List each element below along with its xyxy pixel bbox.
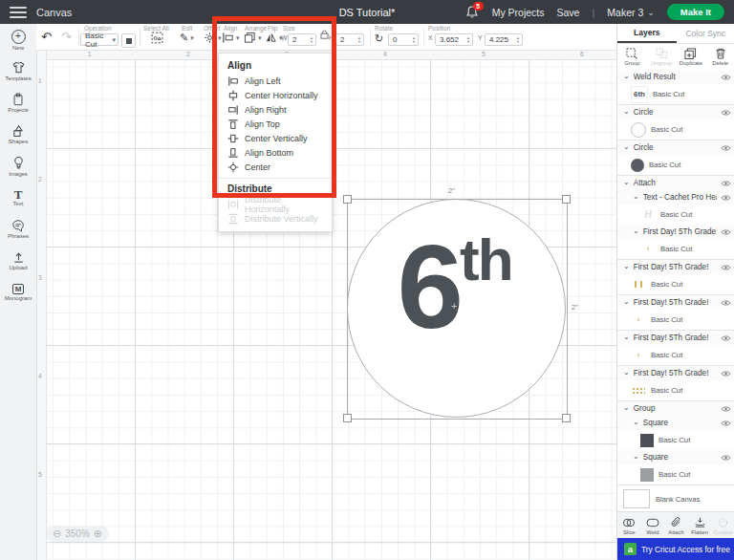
eye-icon[interactable] [721,334,731,342]
zoom-out-icon[interactable]: ⊖ [53,528,61,540]
offset-button[interactable]: ▾ [204,32,222,44]
eye-icon[interactable] [721,74,731,81]
layer-header[interactable]: ⌄First Day! 5Th Grade! [617,259,734,274]
eye-icon[interactable] [721,405,731,413]
selection-bounding-box[interactable] [347,199,568,420]
menu-item-align-left[interactable]: Align Left [219,74,332,88]
blank-canvas-row[interactable]: Blank Canvas [617,485,734,512]
chevron-down-icon[interactable]: ⌄ [633,228,639,233]
eye-icon[interactable] [721,370,731,377]
flip-button[interactable]: ▾ [265,32,283,44]
sidebar-item-text[interactable]: T Text [0,182,36,213]
duplicate-button[interactable]: Duplicate [677,44,706,70]
layer-subheader[interactable]: ⌄Square [617,416,734,430]
sidebar-item-templates[interactable]: Templates [0,55,36,87]
stepper-icon[interactable]: ▲▼ [466,36,470,43]
sidebar-item-phrases[interactable]: Phrases [0,213,36,245]
eye-icon[interactable] [721,420,731,427]
layer-row[interactable]: HBasic Cut [617,205,734,225]
layer-row[interactable]: Basic Cut [617,345,734,365]
color-swatch[interactable] [121,33,136,48]
layer-header[interactable]: ⌄Group [617,400,734,416]
layer-header[interactable]: ⌄Weld Result [617,70,734,84]
layer-header[interactable]: ⌄First Day! 5Th Grade! [617,330,734,345]
selection-handle-bottom-right[interactable] [562,414,571,422]
stepper-icon[interactable]: ▲▼ [310,36,313,43]
chevron-down-icon[interactable]: ⌄ [623,405,630,410]
layer-row[interactable]: Basic Cut [617,380,734,400]
layer-header[interactable]: ⌄First Day! 5Th Grade! [617,294,734,310]
delete-button[interactable]: Delete [705,44,734,70]
menu-item-center-vertically[interactable]: Center Vertically [219,131,332,145]
stepper-icon[interactable]: ▲▼ [412,36,416,43]
lock-aspect-icon[interactable] [320,30,329,39]
layer-subheader[interactable]: ⌄Text - Cachet Pro Heavy [617,190,734,205]
eye-icon[interactable] [721,194,731,202]
width-field[interactable]: 2 ▲▼ [288,33,316,46]
layer-row[interactable]: Basic Cut [617,274,734,294]
selection-handle-top-right[interactable] [562,195,571,204]
slice-button[interactable]: Slice [617,512,641,539]
operation-select[interactable]: Basic Cut ▾ [80,33,119,46]
layer-subheader[interactable]: ⌄First Day! 5Th Grade! [617,225,734,239]
eye-icon[interactable] [721,228,731,236]
chevron-down-icon[interactable]: ⌄ [623,109,630,114]
menu-item-align-right[interactable]: Align Right [219,102,332,117]
undo-button[interactable]: ↶ [41,31,52,43]
layer-header[interactable]: ⌄Attach [617,175,734,190]
rotate-icon[interactable]: ↻ [375,32,383,45]
layer-row[interactable]: Basic Cut [617,430,734,450]
cricut-access-banner[interactable]: a Try Cricut Access for free [617,538,734,560]
tab-color-sync[interactable]: Color Sync [677,24,734,43]
height-field[interactable]: 2 ▲▼ [335,33,364,46]
chevron-down-icon[interactable]: ⌄ [623,74,630,78]
group-button[interactable]: Group [617,44,647,70]
select-all-button[interactable] [151,32,163,44]
rotate-field[interactable]: 0 ▲▼ [388,33,419,46]
layer-subheader[interactable]: ⌄Square [617,450,734,464]
sidebar-item-upload[interactable]: Upload [0,245,36,276]
flatten-button[interactable]: Flatten [688,512,712,539]
edit-button[interactable]: ✎ ▾ [180,32,194,44]
layer-header[interactable]: ⌄Circle [617,104,734,119]
make-it-button[interactable]: Make It [667,4,724,20]
sidebar-item-new[interactable]: + New [0,24,36,55]
attach-button[interactable]: Attach [664,512,688,539]
layer-row[interactable]: Basic Cut [617,464,734,485]
stepper-icon[interactable]: ▲▼ [357,36,361,43]
eye-icon[interactable] [721,454,731,462]
chevron-down-icon[interactable]: ⌄ [633,420,639,424]
layer-row[interactable]: Basic Cut [617,119,734,140]
selection-handle-top-left[interactable] [343,195,352,204]
eye-icon[interactable] [721,180,731,187]
selection-handle-bottom-left[interactable] [343,414,352,422]
sidebar-item-shapes[interactable]: Shapes [0,118,36,150]
position-x-field[interactable]: 3.652 ▲▼ [435,33,473,46]
chevron-down-icon[interactable]: ⌄ [633,454,639,459]
layer-row[interactable]: Basic Cut [617,155,734,175]
position-y-field[interactable]: 4.225 ▲▼ [485,33,523,46]
menu-item-center[interactable]: Center [219,160,332,174]
chevron-down-icon[interactable]: ⌄ [623,264,630,269]
layer-header[interactable]: ⌄Circle [617,140,734,155]
menu-item-align-top[interactable]: Align Top [219,117,332,131]
layer-row[interactable]: Basic Cut [617,239,734,259]
eye-icon[interactable] [721,299,731,307]
machine-selector[interactable]: Maker 3 ⌄ [607,7,654,18]
eye-icon[interactable] [721,144,731,152]
chevron-down-icon[interactable]: ⌄ [623,180,630,184]
chevron-down-icon[interactable]: ⌄ [623,334,630,339]
chevron-down-icon[interactable]: ⌄ [633,194,639,199]
chevron-down-icon[interactable]: ⌄ [623,370,630,375]
menu-item-center-horizontally[interactable]: Center Horizontally [219,88,332,102]
stepper-icon[interactable]: ▲▼ [516,36,520,43]
menu-icon[interactable] [10,7,27,18]
sidebar-item-monogram[interactable]: M Monogram [0,276,36,308]
save-link[interactable]: Save [557,7,580,18]
menu-item-align-bottom[interactable]: Align Bottom [219,145,332,160]
zoom-in-icon[interactable]: ⊕ [94,528,102,540]
redo-button[interactable]: ↷ [61,31,72,43]
sidebar-item-projects[interactable]: Projects [0,87,36,118]
eye-icon[interactable] [721,264,731,271]
layer-header[interactable]: ⌄First Day! 5Th Grade! [617,365,734,380]
